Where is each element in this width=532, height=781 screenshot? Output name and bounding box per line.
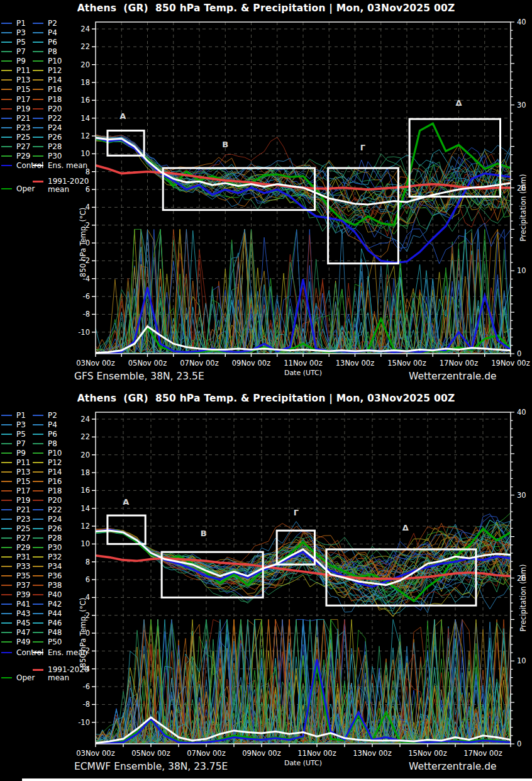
gfs-panel: Athens (GR) 850 hPa Temp. & Precipitatio… [0, 0, 532, 391]
date-tick-label: 13Nov 00z [336, 359, 374, 368]
legend-item-p18-label: P18 [48, 96, 62, 104]
legend-item-p16-swatch [33, 89, 43, 90]
legend-item-p29-swatch [1, 547, 12, 548]
legend-item-ens-mean-label: Ens. mean [48, 649, 87, 657]
legend-item-p44-swatch [33, 613, 43, 614]
gfs-legend: P1P2P3P4P5P6P7P8P9P10P11P12P13P14P15P16P… [0, 0, 94, 391]
annotation-label-A: A [123, 497, 129, 507]
legend-item-p3-label: P3 [16, 421, 26, 429]
legend-item-p20-label: P20 [48, 497, 62, 505]
legend-item-p19-label: P19 [16, 497, 31, 505]
legend-item-p22-swatch [33, 509, 43, 510]
legend-item-p22-swatch [33, 118, 43, 119]
legend-item-p7-swatch [1, 51, 12, 52]
legend-item-p46-label: P46 [48, 619, 62, 627]
date-tick-label: 17Nov 00z [440, 359, 478, 368]
legend-item-climate-mean-swatch [33, 669, 43, 671]
legend-item-p3-label: P3 [16, 29, 26, 37]
date-tick-label: 13Nov 00z [353, 749, 391, 758]
legend-item-p8-label: P8 [48, 440, 57, 448]
legend-item-p20-swatch [33, 108, 43, 110]
x-axis-title: Date (UTC) [284, 369, 322, 377]
legend-item-p19-swatch [1, 108, 12, 110]
legend-item-p45-swatch [1, 622, 12, 624]
legend-item-p22-label: P22 [48, 506, 62, 514]
legend-item-p1-swatch [1, 415, 12, 416]
date-tick-label: 15Nov 00z [387, 359, 426, 368]
precip-tick-label: 30 [517, 491, 526, 500]
date-tick-label: 11Nov 00z [284, 359, 322, 368]
date-tick-label: 09Nov 00z [232, 359, 270, 368]
gfs-model-caption: GFS Ensemble, 38N, 23.5E [74, 371, 204, 382]
legend-item-climate-mean-label: 1991-2020 mean [48, 177, 89, 194]
legend-item-oper-label: Oper [16, 674, 35, 682]
meteogram-page: Athens (GR) 850 hPa Temp. & Precipitatio… [0, 0, 532, 781]
legend-item-p48-swatch [33, 632, 43, 633]
legend-item-p6-label: P6 [48, 430, 57, 439]
ecmwf-source-caption: Wetterzentrale.de [409, 761, 497, 772]
legend-item-p26-label: P26 [48, 133, 62, 142]
legend-item-p7-swatch [1, 443, 12, 444]
legend-item-p10-swatch [33, 452, 43, 454]
legend-item-p27-label: P27 [16, 143, 31, 151]
legend-item-p28-label: P28 [48, 143, 62, 151]
legend-item-p48-label: P48 [48, 629, 62, 637]
legend-item-ens-mean-swatch [33, 652, 43, 653]
legend-item-p31-swatch [1, 556, 12, 558]
legend-item-p29-label: P29 [16, 152, 31, 160]
legend-item-p47-label: P47 [16, 629, 31, 637]
legend-item-p26-label: P26 [48, 525, 62, 533]
precip-tick-label: 40 [517, 18, 526, 26]
legend-item-p7-label: P7 [16, 440, 26, 448]
legend-item-p24-swatch [33, 519, 43, 520]
annotation-label-Δ: Δ [402, 523, 409, 532]
legend-item-p27-swatch [1, 146, 12, 147]
date-tick-label: 07Nov 00z [187, 749, 225, 758]
legend-item-p33-swatch [1, 566, 12, 567]
legend-item-p19-label: P19 [16, 105, 31, 113]
legend-item-p44-label: P44 [48, 610, 62, 618]
legend-item-p3-swatch [1, 32, 12, 33]
legend-item-p28-label: P28 [48, 534, 62, 542]
legend-item-p21-label: P21 [16, 506, 31, 514]
legend-item-climate-mean-label: 1991-2020 mean [48, 666, 89, 682]
date-tick-label: 09Nov 00z [242, 749, 280, 758]
date-tick-label: 15Nov 00z [408, 749, 446, 758]
plot-area [96, 513, 511, 744]
legend-item-p24-swatch [33, 127, 43, 128]
legend-item-p10-label: P10 [48, 57, 62, 65]
legend-item-p45-label: P45 [16, 619, 31, 627]
legend-item-p2-swatch [33, 23, 43, 24]
legend-item-p8-label: P8 [48, 48, 57, 56]
legend-item-p12-label: P12 [48, 459, 62, 467]
legend-item-p23-swatch [1, 127, 12, 128]
legend-item-p16-label: P16 [48, 86, 62, 94]
legend-item-p30-swatch [33, 155, 43, 157]
legend-item-p26-swatch [33, 137, 43, 138]
precip-tick-label: 10 [517, 656, 526, 665]
legend-item-p17-label: P17 [16, 96, 31, 104]
legend-item-p20-swatch [33, 500, 43, 501]
legend-item-p15-swatch [1, 481, 12, 482]
legend-item-p21-label: P21 [16, 115, 31, 123]
legend-item-p21-swatch [1, 118, 12, 119]
legend-item-p17-swatch [1, 490, 12, 492]
right-axis-title: Precipitation (mm) [519, 565, 528, 632]
legend-item-p35-swatch [1, 575, 12, 576]
precip-tick-label: 0 [517, 739, 521, 748]
legend-item-p40-label: P40 [48, 591, 62, 599]
legend-item-p34-swatch [33, 566, 43, 567]
legend-item-p47-swatch [1, 632, 12, 633]
right-axis-title: Precipitation (mm) [519, 174, 528, 242]
legend-item-p6-swatch [33, 42, 43, 43]
legend-item-control-swatch [1, 652, 12, 653]
ecmwf-panel: Athens (GR) 850 hPa Temp. & Precipitatio… [0, 390, 532, 781]
legend-item-p2-label: P2 [48, 412, 57, 420]
legend-item-p17-swatch [1, 99, 12, 100]
legend-item-p16-swatch [33, 481, 43, 482]
legend-item-p28-swatch [33, 146, 43, 147]
legend-item-p46-swatch [33, 622, 43, 624]
legend-item-p12-label: P12 [48, 67, 62, 75]
ecmwf-legend: P1P2P3P4P5P6P7P8P9P10P11P12P13P14P15P16P… [0, 390, 94, 781]
legend-item-oper-label: Oper [16, 185, 35, 193]
